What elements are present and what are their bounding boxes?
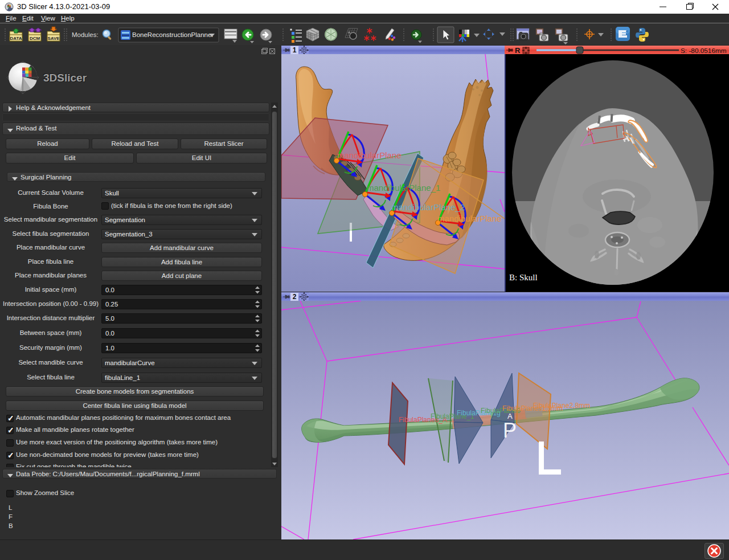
svg-text:DCM: DCM <box>30 36 40 41</box>
svg-text:Modules:: Modules: <box>72 31 99 38</box>
svg-text:DATA: DATA <box>10 36 22 41</box>
svg-text:P: P <box>503 419 517 442</box>
svg-text:FibulaPlane2,8mm: FibulaPlane2,8mm <box>533 402 590 410</box>
svg-text:BoneReconstructionPlanner: BoneReconstructionPlanner <box>132 31 214 38</box>
svg-text:mandibularPlane_1: mandibularPlane_1 <box>367 183 440 193</box>
svg-text:SAVE: SAVE <box>47 36 60 41</box>
svg-text:mandibularPlane: mandibularPlane <box>337 150 402 160</box>
svg-text:mandibularPlane: mandibularPlane <box>437 214 502 223</box>
svg-text:mandibularPlane_2: mandibularPlane_2 <box>391 202 465 212</box>
svg-text:B: Skull: B: Skull <box>509 273 538 282</box>
